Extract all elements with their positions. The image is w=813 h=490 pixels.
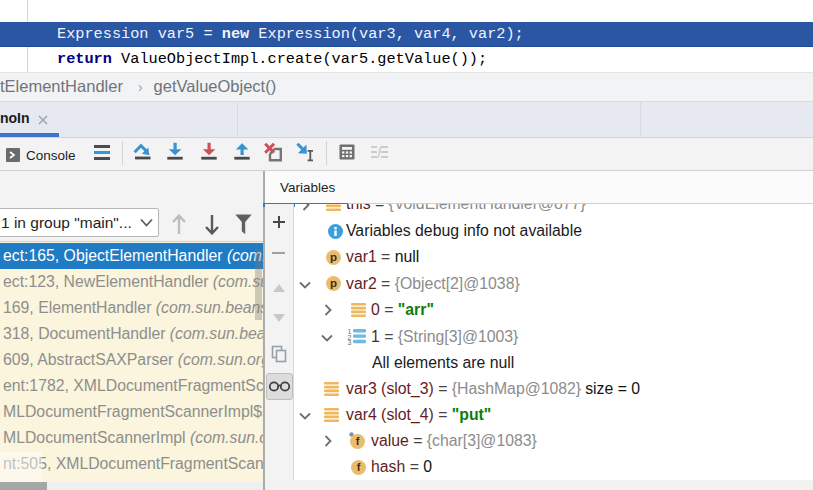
svg-text:f: f (356, 435, 360, 447)
svg-text:p: p (330, 251, 337, 263)
svg-text:f: f (357, 461, 361, 473)
svg-text:p: p (330, 277, 337, 289)
svg-text:3: 3 (348, 339, 352, 345)
